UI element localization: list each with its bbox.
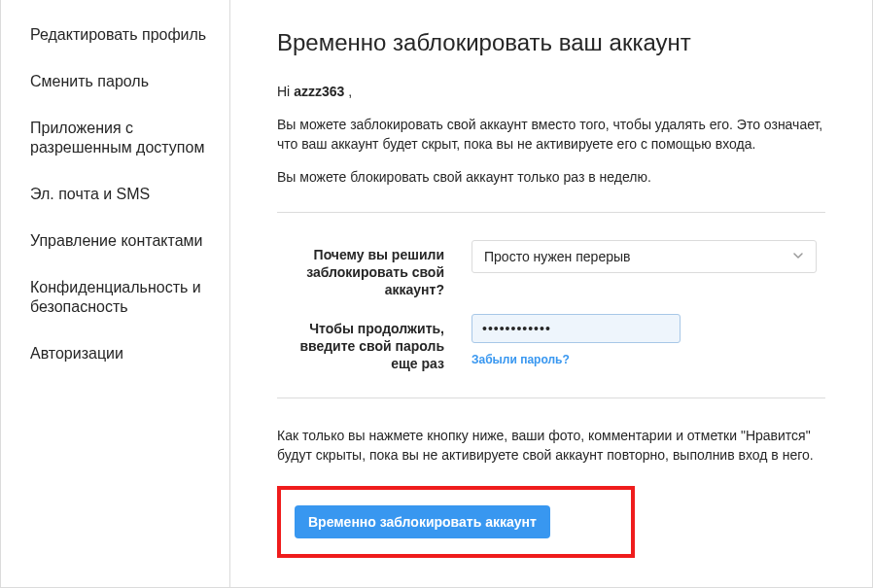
sidebar-item-login-activity[interactable]: Авторизации xyxy=(1,330,229,377)
sidebar-item-manage-contacts[interactable]: Управление контактами xyxy=(1,218,229,264)
reason-select[interactable]: Просто нужен перерыв xyxy=(471,240,817,273)
main-content: Временно заблокировать ваш аккаунт Hi az… xyxy=(230,0,872,587)
disable-account-button[interactable]: Временно заблокировать аккаунт xyxy=(295,505,550,538)
final-note: Как только вы нажмете кнопку ниже, ваши … xyxy=(277,426,825,465)
password-label: Чтобы продолжить, введите свой пароль ещ… xyxy=(277,314,471,372)
password-row: Чтобы продолжить, введите свой пароль ещ… xyxy=(277,314,825,372)
greeting-suffix: , xyxy=(344,84,352,99)
settings-sidebar: Редактировать профиль Сменить пароль При… xyxy=(1,0,230,587)
page-title: Временно заблокировать ваш аккаунт xyxy=(277,29,825,56)
sidebar-item-authorized-apps[interactable]: Приложения с разрешенным доступом xyxy=(1,105,229,171)
greeting: Hi azzz363 , xyxy=(277,84,825,99)
divider-2 xyxy=(277,398,825,398)
description-1: Вы можете заблокировать свой аккаунт вме… xyxy=(277,115,825,154)
divider xyxy=(277,212,825,213)
chevron-down-icon xyxy=(792,249,804,264)
sidebar-item-email-sms[interactable]: Эл. почта и SMS xyxy=(1,171,229,218)
greeting-prefix: Hi xyxy=(277,84,294,99)
reason-row: Почему вы решили заблокировать свой акка… xyxy=(277,240,825,298)
greeting-username: azzz363 xyxy=(294,84,344,99)
reason-label: Почему вы решили заблокировать свой акка… xyxy=(277,240,471,298)
password-input[interactable] xyxy=(471,314,681,343)
sidebar-item-privacy-security[interactable]: Конфиденциальность и безопасность xyxy=(1,264,229,330)
description-2: Вы можете блокировать свой аккаунт тольк… xyxy=(277,167,825,187)
sidebar-item-edit-profile[interactable]: Редактировать профиль xyxy=(1,12,229,58)
highlight-box: Временно заблокировать аккаунт xyxy=(277,486,635,558)
reason-select-value: Просто нужен перерыв xyxy=(484,249,630,264)
sidebar-item-change-password[interactable]: Сменить пароль xyxy=(1,58,229,105)
forgot-password-link[interactable]: Забыли пароль? xyxy=(471,353,570,366)
